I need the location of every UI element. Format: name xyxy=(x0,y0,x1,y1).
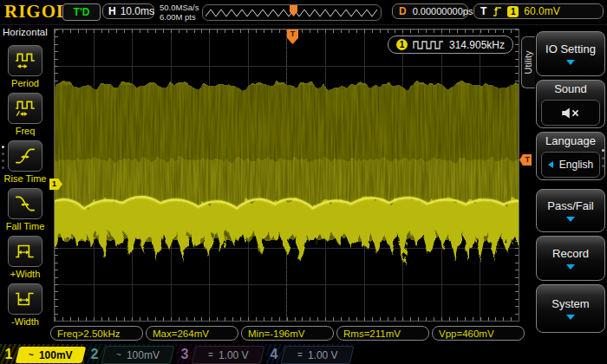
softkey-io-setting[interactable]: IO Setting xyxy=(536,31,605,76)
right-menu-page-dots xyxy=(602,149,604,167)
brand-logo: RIGOL xyxy=(4,1,69,23)
delay-label: D xyxy=(399,5,407,17)
measurement-min: Min=-196mV xyxy=(241,326,334,341)
coupling-dc-icon: = xyxy=(297,350,303,360)
coupling-dc-icon: = xyxy=(208,350,213,360)
menu-item-freq[interactable]: Freq xyxy=(0,93,50,136)
fall-time-icon xyxy=(14,192,36,215)
top-status-bar: RIGOL T'D H 10.0ms 50.0MSa/s 6.00M pts D… xyxy=(0,0,607,25)
timebase-box[interactable]: H 10.0ms xyxy=(102,3,154,19)
coupling-ac-icon: ~ xyxy=(29,350,34,360)
menu-item-label: -Width xyxy=(0,316,50,327)
trigger-settings-box[interactable]: T 1 60.0mV xyxy=(473,3,604,19)
channel-2-status[interactable]: 2 ~ 100mV xyxy=(86,344,173,364)
menu-item-minus-width[interactable]: -Width xyxy=(0,283,50,327)
submenu-arrow-icon xyxy=(566,217,575,222)
trigger-status-badge: T'D xyxy=(62,3,101,21)
period-icon xyxy=(14,49,36,72)
channel-1-status[interactable]: 1 ~ 100mV xyxy=(0,344,84,364)
option-arrow-icon xyxy=(548,161,553,168)
channel-3-status[interactable]: 3 = 1.00 V xyxy=(176,344,263,364)
submenu-arrow-icon xyxy=(566,60,575,65)
timebase-preview[interactable] xyxy=(202,4,382,21)
timebase-value: 10.0ms xyxy=(121,5,154,17)
menu-item-label: +Width xyxy=(0,269,50,279)
timebase-label: H xyxy=(108,5,116,17)
sample-rate: 50.0MSa/s xyxy=(160,3,199,12)
softkey-record[interactable]: Record xyxy=(536,236,605,281)
language-value: English xyxy=(559,159,593,171)
trigger-level-marker[interactable]: T xyxy=(519,154,532,166)
rise-time-icon xyxy=(14,145,36,167)
delay-box[interactable]: D 0.00000000ps xyxy=(392,3,468,19)
pulse-train-icon xyxy=(413,41,444,49)
channel-4-status[interactable]: 4 = 1.00 V xyxy=(265,344,352,364)
freq-icon xyxy=(14,97,36,120)
softkey-system[interactable]: System xyxy=(536,284,605,333)
submenu-arrow-icon xyxy=(566,264,575,270)
channel-1-badge: 1 xyxy=(396,39,408,50)
coupling-ac-icon: ~ xyxy=(116,350,121,360)
plus-width-icon xyxy=(14,240,36,263)
measurement-bar: Freq>2.50kHz Max=264mV Min=-196mV Rms=21… xyxy=(50,326,525,341)
softkey-pass-fail[interactable]: Pass/Fail xyxy=(536,189,605,232)
menu-item-rise-time[interactable]: Rise Time xyxy=(0,140,50,184)
measurement-vpp: Vpp=460mV xyxy=(432,326,525,341)
rising-edge-icon xyxy=(492,6,502,17)
submenu-arrow-icon xyxy=(566,315,575,320)
trigger-label: T xyxy=(480,5,486,17)
acquisition-info: 50.0MSa/s 6.00M pts xyxy=(160,3,199,22)
sound-state-indicator xyxy=(541,100,600,126)
menu-item-label: Freq xyxy=(0,126,50,136)
delay-value: 0.00000000ps xyxy=(413,6,473,16)
left-menu-title: Horizontal xyxy=(3,27,48,37)
left-menu-page-dots xyxy=(2,146,4,169)
waveform-display[interactable]: T 1 314.905kHz xyxy=(54,29,519,322)
menu-item-fall-time[interactable]: Fall Time xyxy=(0,188,50,231)
measurement-max: Max=264mV xyxy=(146,326,238,341)
memory-depth: 6.00M pts xyxy=(160,12,199,22)
menu-tab-utility[interactable]: Utility xyxy=(521,36,535,88)
menu-item-label: Period xyxy=(0,78,50,88)
trigger-level-value: 60.0mV xyxy=(524,5,559,17)
minus-width-icon xyxy=(14,288,36,310)
frequency-value: 314.905kHz xyxy=(449,39,505,51)
frequency-readout: 1 314.905kHz xyxy=(388,36,513,54)
speaker-muted-icon xyxy=(561,107,580,120)
trigger-channel-badge: 1 xyxy=(507,6,519,17)
softkey-language[interactable]: Language English xyxy=(536,132,605,180)
softkey-sound[interactable]: Sound xyxy=(536,80,605,128)
menu-item-label: Fall Time xyxy=(0,221,50,231)
menu-item-period[interactable]: Period xyxy=(0,45,50,88)
menu-item-label: Rise Time xyxy=(0,173,50,184)
channel-status-bar: 1 ~ 100mV 2 ~ 100mV 3 = 1.00 V 4 = 1.00 … xyxy=(0,344,607,364)
channel1-waveform xyxy=(55,29,519,321)
measurement-freq: Freq>2.50kHz xyxy=(50,326,143,341)
measurement-rms: Rms=211mV xyxy=(336,326,429,341)
menu-item-plus-width[interactable]: +Width xyxy=(0,236,50,279)
